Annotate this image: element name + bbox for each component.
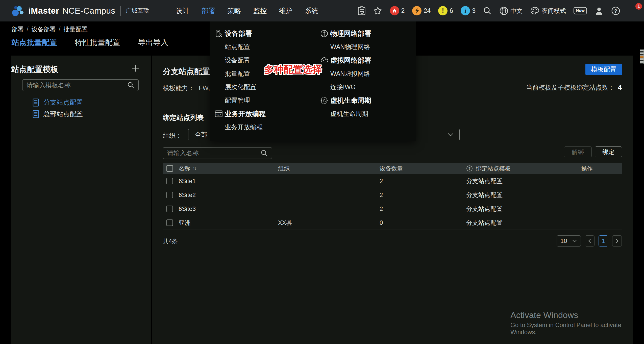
alarm-critical[interactable]: 2 [390,6,405,15]
cell-name: 6Site1 [177,178,278,185]
imaster-logo-icon [12,5,24,17]
col-header-name[interactable]: 名称 [179,165,190,173]
cell-template: 分支站点配置 [466,205,581,213]
sidebar-item-branch-site-template[interactable]: 分支站点配置 [32,98,83,107]
breadcrumb-separator: / [59,25,61,33]
page-size-select[interactable]: 10 [557,235,581,247]
row-checkbox[interactable] [166,178,173,184]
add-template-icon[interactable] [131,64,140,73]
menu-item-connect-iwg[interactable]: 连接IWG [320,83,356,91]
menu-item-device-config[interactable]: 设备配置 [215,56,250,64]
language-switch[interactable]: 中文 [499,6,523,15]
favorites-star-icon[interactable] [373,6,382,15]
search-icon[interactable] [127,82,134,89]
nav-deploy[interactable]: 部署 [202,6,215,15]
site-search-input[interactable] [163,150,261,157]
menu-item-site-config[interactable]: 站点配置 [215,43,250,51]
nav-policy[interactable]: 策略 [227,6,241,15]
col-header-org: 组织 [278,165,380,173]
header-actions: 2 24 ! 6 i 3 中文 [358,5,640,17]
help-circle-icon[interactable]: ? [466,165,473,172]
menu-item-wan-physical-network[interactable]: WAN物理网络 [320,43,370,51]
menu-item-config-management[interactable]: 配置管理 [215,96,250,105]
svg-text:</>: </> [216,113,221,116]
language-label: 中文 [510,7,523,15]
user-avatar[interactable]: 1 [628,5,639,17]
nav-maintain[interactable]: 维护 [279,6,292,15]
alarm-minor-count: 6 [450,7,453,14]
minor-exclamation-icon: ! [438,6,448,15]
cell-name: 亚洲 [177,219,278,227]
tab-divider [129,39,129,46]
windows-activation-watermark: Activate Windows Go to System in Control… [510,310,644,336]
nav-system[interactable]: 系统 [305,6,318,15]
alarm-major[interactable]: 24 [412,6,431,15]
tab-feature-batch-config[interactable]: 特性批量配置 [75,37,120,48]
sidebar-item-hq-site-template[interactable]: 总部站点配置 [32,110,83,118]
cell-devices: 2 [380,191,466,199]
unbind-button[interactable]: 解绑 [564,146,592,157]
menu-group-service-open-programming[interactable]: </> 业务开放编程 [215,107,313,120]
menu-item-wan-virtual-network[interactable]: WAN虚拟网络 [320,69,370,78]
brand: iMaster NCE-Campus 广域互联 [12,5,149,17]
nav-monitor[interactable]: 监控 [253,6,267,15]
search-icon[interactable] [261,150,268,157]
whats-new-icon[interactable]: New [574,7,587,14]
alarm-minor[interactable]: ! 6 [438,6,453,15]
menu-group-physical-network-deploy[interactable]: 物理网络部署 [320,27,411,40]
total-count-text: 共4条 [163,237,178,245]
search-icon[interactable] [483,7,492,15]
template-search-input[interactable] [22,82,127,89]
help-icon[interactable]: ? [611,6,620,15]
template-config-button[interactable]: 模板配置 [585,64,622,75]
page-tabs: 站点批量配置 特性批量配置 导出导入 [12,37,168,48]
page-number-button[interactable]: 1 [599,235,608,247]
cell-devices: 0 [380,219,466,226]
menu-item-hierarchical-config[interactable]: 层次化配置 [215,83,256,91]
menu-item-vm-lifecycle[interactable]: 虚机生命周期 [320,110,368,118]
prev-page-button[interactable] [585,235,595,247]
col-header-template: 绑定站点模板 [476,165,511,173]
cloud-icon [320,56,330,64]
row-checkbox[interactable] [166,192,173,198]
whats-new-label: New [576,8,585,13]
table-row[interactable]: 亚洲 XX县 0 分支站点配置 [163,216,622,230]
breadcrumb-device-deploy[interactable]: 设备部署 [32,25,56,33]
watermark-subtitle: Go to System in Control Panel to activat… [510,322,644,336]
select-all-checkbox[interactable] [166,165,173,172]
next-page-button[interactable] [612,235,622,247]
vertical-scrollbar-thumb[interactable] [640,50,644,64]
cell-template: 分支站点配置 [466,177,581,185]
menu-group-vm-lifecycle[interactable]: 虚机生命周期 [320,94,411,107]
breadcrumb-batch-config[interactable]: 批量配置 [63,25,88,33]
cell-org: XX县 [278,219,380,227]
breadcrumb-deploy[interactable]: 部署 [12,25,24,33]
row-checkbox[interactable] [166,219,173,226]
tab-export-import[interactable]: 导出导入 [138,37,168,48]
table-row[interactable]: 6Site1 2 分支站点配置 [163,174,622,188]
template-label: 分支站点配置 [43,98,83,107]
user-icon[interactable] [595,6,604,15]
svg-text:?: ? [468,166,470,170]
brand-suite: NCE-Campus [62,6,115,16]
sort-icon[interactable]: ↑↓ [193,166,196,171]
menu-item-batch-config[interactable]: 批量配置 [215,69,250,78]
tasks-icon[interactable] [358,6,366,15]
table-row[interactable]: 6Site3 2 分支站点配置 [163,202,622,216]
menu-group-virtual-network-deploy[interactable]: 虚拟网络部署 [320,54,411,67]
alarm-info[interactable]: i 3 [461,6,476,15]
menu-group-device-deploy[interactable]: 设备部署 [215,27,313,40]
tab-site-batch-config[interactable]: 站点批量配置 [12,37,57,48]
bound-site-table: 名称 ↑↓ 组织 设备数量 ? 绑定站点模板 操作 6Site1 2 分支站点配… [163,163,622,230]
palette-icon [530,7,540,15]
row-checkbox[interactable] [166,206,173,212]
bind-button[interactable]: 绑定 [595,146,622,157]
nav-design[interactable]: 设计 [176,6,189,15]
org-label: 组织： [163,131,182,140]
table-row[interactable]: 6Site2 2 分支站点配置 [163,188,622,202]
alarm-critical-count: 2 [401,7,405,14]
menu-item-service-open-programming[interactable]: 业务开放编程 [215,123,263,131]
theme-toggle[interactable]: 夜间模式 [530,7,566,15]
watermark-title: Activate Windows [510,310,644,320]
major-lightning-icon [412,6,422,15]
